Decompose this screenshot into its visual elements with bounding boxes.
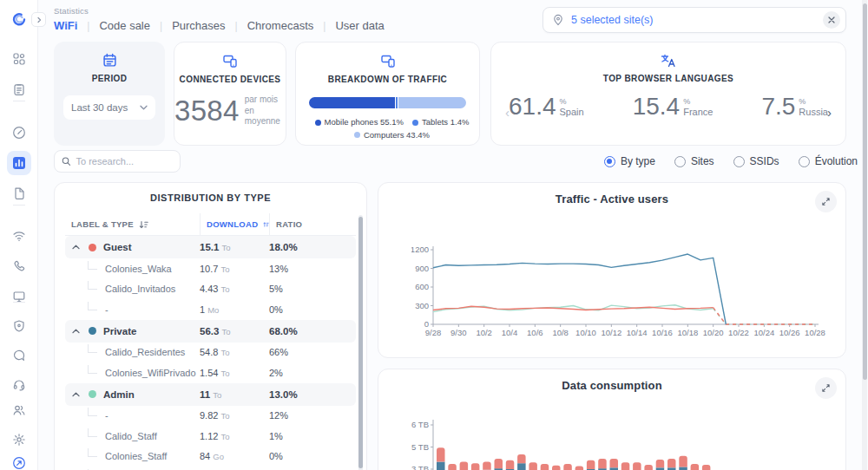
row-label: Calido_Staff [105, 431, 157, 441]
traffic-line-chart: 030060090012009/289/3010/210/410/610/810… [411, 237, 845, 349]
column-header-label-type[interactable]: LABEL & TYPE [65, 213, 200, 235]
breadcrumb: Statistics WiFi|Code sale|Purchases|Chro… [54, 6, 385, 32]
download-value: 15.1 [200, 242, 219, 252]
sidebar-item-apps-grid-icon[interactable] [7, 47, 31, 71]
period-dropdown[interactable]: Last 30 days [63, 95, 155, 120]
radio-sites[interactable]: Sites [674, 155, 714, 167]
download-value: 4.43 [200, 284, 218, 294]
sidebar-item-wifi-icon[interactable] [7, 224, 31, 248]
radio-by-type[interactable]: By type [604, 155, 655, 167]
svg-text:10/24: 10/24 [753, 328, 774, 337]
download-unit: To [221, 327, 230, 336]
download-unit: To [220, 432, 229, 441]
sidebar-divider [13, 101, 25, 101]
table-row-group[interactable]: Guest 15.1To 18.0% [65, 236, 356, 258]
sidebar-item-chat-bubble-icon[interactable] [7, 343, 31, 368]
sidebar-item-compass-icon[interactable] [7, 121, 31, 145]
explore-arrow-icon [12, 456, 26, 470]
sidebar-item-headset-icon[interactable] [7, 373, 31, 397]
clear-sites-button[interactable] [823, 11, 840, 29]
ratio-value: 1% [269, 431, 283, 441]
radio-circle [733, 156, 745, 167]
row-label: Calido_Invitados [105, 284, 175, 294]
download-unit: To [220, 264, 229, 274]
tab-chromecasts[interactable]: Chromecasts [247, 19, 314, 32]
carousel-next-button[interactable]: › [827, 105, 832, 120]
ratio-value: 0% [269, 451, 283, 461]
devices-icon [222, 54, 238, 69]
table-row-child: Calido_Staff 1.12To 1% [65, 426, 356, 447]
svg-text:10/14: 10/14 [627, 328, 648, 337]
tab-separator: | [235, 20, 238, 32]
sidebar-divider [13, 302, 25, 303]
consumption-bar-chart: 3 TB4.5 TB6 TB [411, 413, 845, 470]
page-scrollbar[interactable] [862, 0, 867, 470]
collapse-chevron-icon[interactable] [72, 329, 80, 334]
sidebar-item-monitor-icon[interactable] [7, 284, 31, 309]
gear-icon [12, 433, 26, 447]
table-row-group[interactable]: Admin 11To 13.0% [65, 383, 356, 406]
page-scrollbar-thumb[interactable] [863, 3, 867, 380]
wifi-statistics-dashboard: Statistics WiFi|Code sale|Purchases|Chro… [0, 0, 868, 470]
sidebar-item-shield-icon[interactable] [7, 314, 31, 338]
svg-text:9/28: 9/28 [425, 328, 442, 337]
carousel-prev-button[interactable]: ‹ [505, 105, 510, 120]
svg-text:10/4: 10/4 [502, 328, 518, 337]
language-unit: % [560, 98, 584, 107]
bar-chart-icon [12, 156, 26, 170]
sidebar-item-bar-chart-icon[interactable] [7, 151, 31, 175]
table-row-group[interactable]: Private 56.3To 68.0% [65, 320, 356, 343]
sidebar-item-clipboard-icon[interactable] [7, 77, 31, 101]
period-dropdown-value: Last 30 days [71, 102, 128, 113]
connected-devices-caption: par mois en moyenne [245, 95, 286, 127]
consumption-chart-title: Data consumption [378, 379, 845, 392]
collapse-chevron-icon[interactable] [72, 392, 80, 397]
language-value: 15.4 [633, 93, 681, 121]
table-header: LABEL & TYPE DOWNLOAD RATIO [65, 213, 356, 236]
expand-icon [821, 383, 831, 393]
period-card: PERIOD Last 30 days [54, 42, 165, 146]
column-header-download[interactable]: DOWNLOAD [200, 213, 269, 235]
tab-code-sale[interactable]: Code sale [99, 19, 150, 32]
expand-traffic-chart-button[interactable] [815, 191, 837, 212]
svg-text:3 TB: 3 TB [411, 464, 429, 470]
breakdown-segment-computers [398, 97, 466, 108]
calendar-icon [102, 53, 117, 68]
chat-bubble-icon [12, 349, 26, 362]
collapse-chevron-icon[interactable] [72, 245, 80, 250]
table-row-child: - 9.82To 12% [65, 406, 356, 427]
tab-purchases[interactable]: Purchases [172, 19, 225, 32]
column-header-ratio[interactable]: RATIO [269, 213, 332, 235]
users-icon [12, 403, 26, 417]
svg-text:10/2: 10/2 [476, 328, 492, 337]
connected-devices-value: 3584 [174, 95, 240, 127]
download-value: 1.12 [200, 431, 218, 441]
table-scrollbar-thumb[interactable] [358, 217, 363, 468]
radio-ssids[interactable]: SSIDs [733, 155, 779, 167]
sidebar-item-gear-icon[interactable] [7, 428, 31, 452]
sidebar-item-users-icon[interactable] [7, 398, 31, 422]
table-row-child: Colonies_Waka 10.7To 13% [65, 258, 356, 279]
table-row-child: Colonies_Staff 84Go 0% [65, 447, 356, 467]
tree-branch [88, 408, 97, 416]
sidebar-item-document-icon[interactable] [7, 181, 31, 206]
radio-évolution[interactable]: Évolution [799, 155, 858, 167]
chevron-down-icon [140, 105, 148, 110]
tree-branch [88, 448, 97, 457]
ratio-value: 13.0% [269, 389, 298, 400]
brand-logo-icon[interactable] [10, 10, 29, 29]
tab-wifi[interactable]: WiFi [54, 19, 77, 32]
sidebar-item-explore-arrow-icon[interactable] [7, 451, 31, 470]
sidebar-expand-button[interactable] [31, 12, 46, 27]
type-color-dot [89, 390, 96, 398]
site-selector[interactable]: 5 selected site(s) [542, 7, 846, 33]
download-value: 10.7 [200, 264, 218, 274]
language-stat-russia: 7.5 % Russia [761, 93, 828, 121]
search-field [54, 150, 181, 173]
table-scrollbar[interactable] [358, 215, 363, 470]
sidebar-item-phone-icon[interactable] [7, 254, 31, 278]
search-input[interactable] [76, 156, 173, 166]
breakdown-segment-tablets [396, 97, 398, 108]
tab-user-data[interactable]: User data [335, 19, 384, 32]
expand-consumption-chart-button[interactable] [815, 377, 837, 399]
